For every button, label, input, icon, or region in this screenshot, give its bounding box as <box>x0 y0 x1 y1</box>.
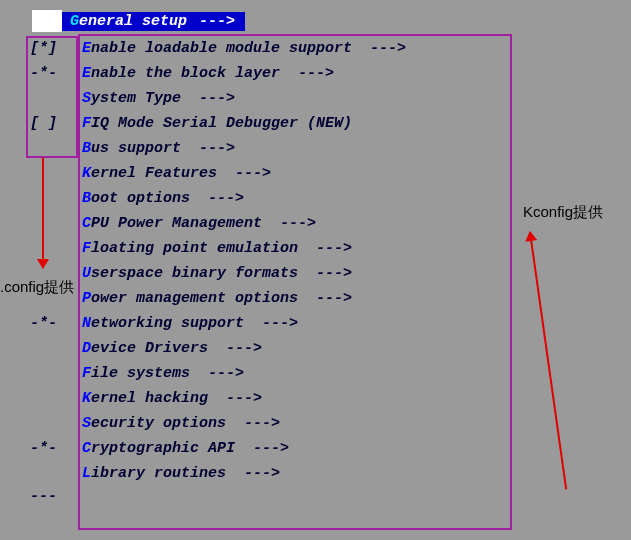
hotkey: K <box>82 165 91 182</box>
hotkey: L <box>82 465 91 482</box>
annotation-kconfig: Kconfig提供 <box>523 203 603 222</box>
annotation-config: .config提供 <box>0 278 74 297</box>
menu-item[interactable]: Userspace binary formats ---> <box>28 261 611 286</box>
menu-item-text: ower management options ---> <box>91 290 352 307</box>
hotkey: P <box>82 290 91 307</box>
menu-item[interactable]: Security options ---> <box>28 411 611 436</box>
menu-header[interactable]: General setup ---> <box>28 10 611 32</box>
menu-item[interactable]: File systems ---> <box>28 361 611 386</box>
menu-item-text: nable loadable module support ---> <box>91 40 406 57</box>
menu-item-text: ernel hacking ---> <box>91 390 262 407</box>
menu-item[interactable]: [*]Enable loadable module support ---> <box>28 36 611 61</box>
hotkey: K <box>82 390 91 407</box>
header-title: eneral setup <box>79 13 187 30</box>
menu-item-label: Kernel hacking ---> <box>82 386 262 411</box>
menu-item-text: ecurity options ---> <box>91 415 280 432</box>
arrow-left-icon <box>42 158 44 268</box>
menu-item-label: Bus support ---> <box>82 136 235 161</box>
menu-item-text: ryptographic API ---> <box>91 440 289 457</box>
menu-item-text: etworking support ---> <box>91 315 298 332</box>
menu-item[interactable]: Floating point emulation ---> <box>28 236 611 261</box>
menu-item-label: Power management options ---> <box>82 286 352 311</box>
menu-item-text: serspace binary formats ---> <box>91 265 352 282</box>
hotkey: S <box>82 415 91 432</box>
hotkey: F <box>82 240 91 257</box>
menu-footer-dash: --- <box>28 486 611 508</box>
menu-item[interactable]: -*-Cryptographic API ---> <box>28 436 611 461</box>
menu-item-label: Device Drivers ---> <box>82 336 262 361</box>
hotkey: C <box>82 440 91 457</box>
hotkey: F <box>82 115 91 132</box>
menu-item-text: ystem Type ---> <box>91 90 235 107</box>
menu-item-text: IQ Mode Serial Debugger (NEW) <box>91 115 352 132</box>
menu-item[interactable]: Device Drivers ---> <box>28 336 611 361</box>
menu-item-text: loating point emulation ---> <box>91 240 352 257</box>
hotkey: B <box>82 140 91 157</box>
option-indicator: [ ] <box>28 111 82 136</box>
hotkey: D <box>82 340 91 357</box>
menu-item-text: ile systems ---> <box>91 365 244 382</box>
menu-item-text: ibrary routines ---> <box>91 465 280 482</box>
submenu-arrow-icon: ---> <box>199 13 235 30</box>
hotkey: U <box>82 265 91 282</box>
hotkey: F <box>82 365 91 382</box>
menu-item-label: Security options ---> <box>82 411 280 436</box>
option-indicator: -*- <box>28 61 82 86</box>
menu-item-label: Enable the block layer ---> <box>82 61 334 86</box>
menu-item-label: CPU Power Management ---> <box>82 211 316 236</box>
menu-item-text: oot options ---> <box>91 190 244 207</box>
menu-item-label: Boot options ---> <box>82 186 244 211</box>
header-hotkey: G <box>70 13 79 30</box>
menu-item[interactable]: -*-Networking support ---> <box>28 311 611 336</box>
menu-item-label: Cryptographic API ---> <box>82 436 289 461</box>
option-indicator: [*] <box>28 36 82 61</box>
hotkey: C <box>82 215 91 232</box>
menu-item-label: FIQ Mode Serial Debugger (NEW) <box>82 111 352 136</box>
menu-item-text: us support ---> <box>91 140 235 157</box>
hotkey: E <box>82 40 91 57</box>
menu-item-label: Enable loadable module support ---> <box>82 36 406 61</box>
menu-item[interactable]: Kernel Features ---> <box>28 161 611 186</box>
menu-item-label: Networking support ---> <box>82 311 298 336</box>
menu-item-label: Library routines ---> <box>82 461 280 486</box>
hotkey: B <box>82 190 91 207</box>
menu-item[interactable]: Library routines ---> <box>28 461 611 486</box>
hotkey: S <box>82 90 91 107</box>
menu-item[interactable]: Power management options ---> <box>28 286 611 311</box>
menu-item-label: Floating point emulation ---> <box>82 236 352 261</box>
menu-item-label: System Type ---> <box>82 86 235 111</box>
hotkey: N <box>82 315 91 332</box>
menu-item[interactable]: Bus support ---> <box>28 136 611 161</box>
menu-list: [*]Enable loadable module support --->-*… <box>28 36 611 486</box>
menu-item[interactable]: System Type ---> <box>28 86 611 111</box>
menu-item-text: PU Power Management ---> <box>91 215 316 232</box>
menu-item[interactable]: Kernel hacking ---> <box>28 386 611 411</box>
menu-item-text: ernel Features ---> <box>91 165 271 182</box>
hotkey: E <box>82 65 91 82</box>
menu-item-text: nable the block layer ---> <box>91 65 334 82</box>
menu-item[interactable]: [ ]FIQ Mode Serial Debugger (NEW) <box>28 111 611 136</box>
menu-item-label: Userspace binary formats ---> <box>82 261 352 286</box>
header-cursor <box>32 10 62 32</box>
menu-item-text: evice Drivers ---> <box>91 340 262 357</box>
option-indicator: -*- <box>28 436 82 461</box>
menu-item-label: File systems ---> <box>82 361 244 386</box>
option-indicator: -*- <box>28 311 82 336</box>
menu-item-label: Kernel Features ---> <box>82 161 271 186</box>
menu-item[interactable]: -*-Enable the block layer ---> <box>28 61 611 86</box>
